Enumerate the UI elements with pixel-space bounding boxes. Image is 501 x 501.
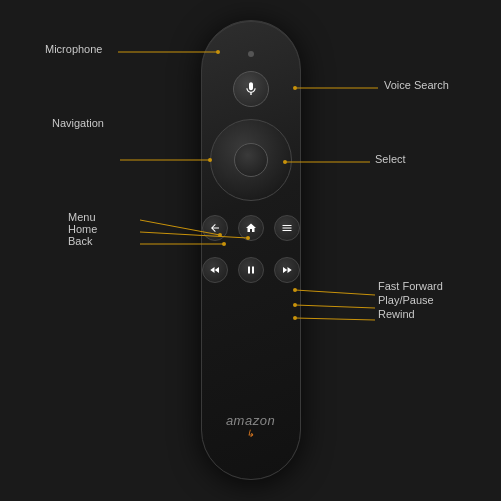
menu-icon bbox=[281, 222, 293, 234]
fast-forward-label: Fast Forward bbox=[378, 280, 443, 292]
mic-icon bbox=[243, 81, 259, 97]
play-pause-button[interactable] bbox=[238, 257, 264, 283]
back-label: Back bbox=[68, 235, 92, 247]
svg-line-18 bbox=[295, 318, 375, 320]
fast-forward-button[interactable] bbox=[274, 257, 300, 283]
microphone-dot bbox=[248, 51, 254, 57]
back-icon bbox=[209, 222, 221, 234]
rewind-button[interactable] bbox=[202, 257, 228, 283]
svg-line-14 bbox=[295, 290, 375, 295]
play-pause-icon bbox=[245, 264, 257, 276]
media-controls-row bbox=[202, 257, 300, 283]
amazon-text: amazon bbox=[226, 413, 275, 428]
svg-line-16 bbox=[295, 305, 375, 308]
menu-button[interactable] bbox=[274, 215, 300, 241]
rewind-label: Rewind bbox=[378, 308, 415, 320]
fast-forward-icon bbox=[281, 264, 293, 276]
amazon-logo: amazon ↳ bbox=[226, 413, 275, 439]
voice-search-label: Voice Search bbox=[384, 79, 449, 91]
select-button[interactable] bbox=[234, 143, 268, 177]
home-icon bbox=[245, 222, 257, 234]
menu-label: Menu bbox=[68, 211, 96, 223]
back-button[interactable] bbox=[202, 215, 228, 241]
menu-home-back-row bbox=[202, 215, 300, 241]
play-pause-label: Play/Pause bbox=[378, 294, 434, 306]
navigation-ring[interactable] bbox=[210, 119, 292, 201]
home-button[interactable] bbox=[238, 215, 264, 241]
voice-search-button[interactable] bbox=[233, 71, 269, 107]
microphone-label: Microphone bbox=[45, 43, 102, 55]
scene: amazon ↳ Mi bbox=[0, 0, 501, 501]
home-label: Home bbox=[68, 223, 97, 235]
remote-body: amazon ↳ bbox=[201, 20, 301, 480]
amazon-arrow-icon: ↳ bbox=[226, 428, 275, 439]
navigation-label: Navigation bbox=[52, 117, 104, 129]
rewind-icon bbox=[209, 264, 221, 276]
select-label: Select bbox=[375, 153, 406, 165]
